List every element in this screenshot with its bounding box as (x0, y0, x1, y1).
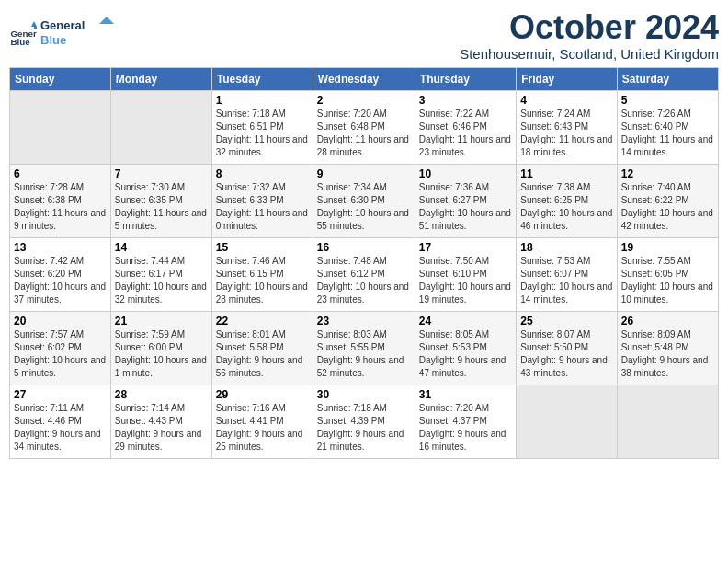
calendar-cell: 26Sunrise: 8:09 AMSunset: 5:48 PMDayligh… (617, 311, 718, 385)
day-number: 10 (419, 167, 512, 180)
weekday-header-thursday: Thursday (415, 67, 516, 90)
day-number: 15 (216, 241, 309, 254)
calendar-cell: 10Sunrise: 7:36 AMSunset: 6:27 PMDayligh… (415, 164, 516, 237)
calendar-cell: 23Sunrise: 8:03 AMSunset: 5:55 PMDayligh… (313, 311, 415, 385)
day-info: Sunrise: 8:09 AMSunset: 5:48 PMDaylight:… (621, 328, 714, 380)
weekday-header-wednesday: Wednesday (313, 67, 415, 90)
calendar-cell: 11Sunrise: 7:38 AMSunset: 6:25 PMDayligh… (517, 164, 617, 237)
day-info: Sunrise: 8:05 AMSunset: 5:53 PMDaylight:… (419, 328, 512, 380)
day-number: 3 (419, 94, 512, 107)
day-number: 19 (621, 241, 714, 254)
day-number: 23 (317, 315, 411, 327)
day-number: 13 (14, 241, 107, 254)
calendar-cell: 15Sunrise: 7:46 AMSunset: 6:15 PMDayligh… (211, 237, 313, 311)
day-number: 2 (317, 94, 411, 107)
weekday-header-tuesday: Tuesday (211, 67, 313, 90)
day-number: 28 (115, 388, 208, 401)
calendar-cell (10, 90, 111, 164)
svg-text:Blue: Blue (11, 37, 31, 47)
calendar-cell: 9Sunrise: 7:34 AMSunset: 6:30 PMDaylight… (313, 164, 415, 237)
calendar-cell: 20Sunrise: 7:57 AMSunset: 6:02 PMDayligh… (10, 311, 111, 385)
calendar-cell: 3Sunrise: 7:22 AMSunset: 6:46 PMDaylight… (415, 90, 516, 164)
title-block: October 2024 Stenhousemuir, Scotland, Un… (460, 9, 719, 62)
day-info: Sunrise: 7:20 AMSunset: 4:37 PMDaylight:… (419, 402, 512, 454)
day-info: Sunrise: 7:48 AMSunset: 6:12 PMDaylight:… (317, 255, 411, 306)
day-info: Sunrise: 7:14 AMSunset: 4:43 PMDaylight:… (115, 402, 208, 454)
calendar-cell: 24Sunrise: 8:05 AMSunset: 5:53 PMDayligh… (415, 311, 516, 385)
day-info: Sunrise: 7:20 AMSunset: 6:48 PMDaylight:… (317, 108, 411, 159)
svg-marker-5 (99, 17, 114, 24)
month-title: October 2024 (460, 9, 719, 46)
day-number: 9 (317, 167, 411, 180)
day-info: Sunrise: 7:22 AMSunset: 6:46 PMDaylight:… (419, 108, 512, 159)
day-info: Sunrise: 7:28 AMSunset: 6:38 PMDaylight:… (14, 181, 107, 233)
calendar-cell: 28Sunrise: 7:14 AMSunset: 4:43 PMDayligh… (110, 385, 211, 458)
calendar-cell: 1Sunrise: 7:18 AMSunset: 6:51 PMDaylight… (211, 90, 313, 164)
calendar-cell: 19Sunrise: 7:55 AMSunset: 6:05 PMDayligh… (617, 237, 718, 311)
day-info: Sunrise: 7:53 AMSunset: 6:07 PMDaylight:… (520, 255, 612, 306)
day-info: Sunrise: 7:18 AMSunset: 6:51 PMDaylight:… (216, 108, 309, 159)
day-number: 25 (520, 315, 612, 327)
calendar-cell: 6Sunrise: 7:28 AMSunset: 6:38 PMDaylight… (10, 164, 111, 237)
day-info: Sunrise: 7:32 AMSunset: 6:33 PMDaylight:… (216, 181, 309, 233)
calendar-cell (110, 90, 211, 164)
day-info: Sunrise: 7:30 AMSunset: 6:35 PMDaylight:… (115, 181, 208, 233)
weekday-header-saturday: Saturday (617, 67, 718, 90)
calendar-cell: 18Sunrise: 7:53 AMSunset: 6:07 PMDayligh… (517, 237, 617, 311)
day-info: Sunrise: 8:01 AMSunset: 5:58 PMDaylight:… (216, 328, 309, 380)
day-info: Sunrise: 7:44 AMSunset: 6:17 PMDaylight:… (115, 255, 208, 306)
calendar-cell: 31Sunrise: 7:20 AMSunset: 4:37 PMDayligh… (415, 385, 516, 458)
day-info: Sunrise: 7:40 AMSunset: 6:22 PMDaylight:… (621, 181, 714, 233)
calendar-cell: 21Sunrise: 7:59 AMSunset: 6:00 PMDayligh… (110, 311, 211, 385)
svg-text:Blue: Blue (40, 33, 66, 47)
day-info: Sunrise: 7:46 AMSunset: 6:15 PMDaylight:… (216, 255, 309, 306)
location-subtitle: Stenhousemuir, Scotland, United Kingdom (460, 46, 719, 62)
day-number: 4 (520, 94, 612, 107)
day-number: 22 (216, 315, 309, 327)
day-info: Sunrise: 7:24 AMSunset: 6:43 PMDaylight:… (520, 108, 612, 159)
day-info: Sunrise: 7:11 AMSunset: 4:46 PMDaylight:… (14, 402, 107, 454)
day-number: 24 (419, 315, 512, 327)
day-number: 26 (621, 315, 714, 327)
calendar-cell (517, 385, 617, 458)
day-info: Sunrise: 7:18 AMSunset: 4:39 PMDaylight:… (317, 402, 411, 454)
day-number: 27 (14, 388, 107, 401)
day-info: Sunrise: 7:26 AMSunset: 6:40 PMDaylight:… (621, 108, 714, 159)
day-number: 8 (216, 167, 309, 180)
day-number: 31 (419, 388, 512, 401)
day-number: 11 (520, 167, 612, 180)
day-number: 18 (520, 241, 612, 254)
logo: General Blue General Blue (9, 15, 123, 55)
day-info: Sunrise: 7:55 AMSunset: 6:05 PMDaylight:… (621, 255, 714, 306)
day-info: Sunrise: 7:16 AMSunset: 4:41 PMDaylight:… (216, 402, 309, 454)
day-info: Sunrise: 8:03 AMSunset: 5:55 PMDaylight:… (317, 328, 411, 380)
day-number: 17 (419, 241, 512, 254)
weekday-header-friday: Friday (517, 67, 617, 90)
day-number: 14 (115, 241, 208, 254)
day-info: Sunrise: 7:34 AMSunset: 6:30 PMDaylight:… (317, 181, 411, 233)
calendar-cell: 4Sunrise: 7:24 AMSunset: 6:43 PMDaylight… (517, 90, 617, 164)
calendar-cell: 25Sunrise: 8:07 AMSunset: 5:50 PMDayligh… (517, 311, 617, 385)
calendar-cell: 29Sunrise: 7:16 AMSunset: 4:41 PMDayligh… (211, 385, 313, 458)
calendar-cell: 5Sunrise: 7:26 AMSunset: 6:40 PMDaylight… (617, 90, 718, 164)
svg-text:General: General (40, 18, 85, 32)
calendar-cell: 16Sunrise: 7:48 AMSunset: 6:12 PMDayligh… (313, 237, 415, 311)
calendar-cell: 27Sunrise: 7:11 AMSunset: 4:46 PMDayligh… (10, 385, 111, 458)
day-info: Sunrise: 7:59 AMSunset: 6:00 PMDaylight:… (115, 328, 208, 380)
day-number: 1 (216, 94, 309, 107)
calendar-cell (617, 385, 718, 458)
day-info: Sunrise: 7:50 AMSunset: 6:10 PMDaylight:… (419, 255, 512, 306)
day-number: 5 (621, 94, 714, 107)
calendar-cell: 7Sunrise: 7:30 AMSunset: 6:35 PMDaylight… (110, 164, 211, 237)
calendar-cell: 17Sunrise: 7:50 AMSunset: 6:10 PMDayligh… (415, 237, 516, 311)
weekday-header-sunday: Sunday (10, 67, 111, 90)
day-number: 7 (115, 167, 208, 180)
day-number: 21 (115, 315, 208, 327)
calendar-cell: 14Sunrise: 7:44 AMSunset: 6:17 PMDayligh… (110, 237, 211, 311)
day-info: Sunrise: 8:07 AMSunset: 5:50 PMDaylight:… (520, 328, 612, 380)
calendar-cell: 13Sunrise: 7:42 AMSunset: 6:20 PMDayligh… (10, 237, 111, 311)
day-number: 6 (14, 167, 107, 180)
weekday-header-monday: Monday (110, 67, 211, 90)
calendar-cell: 12Sunrise: 7:40 AMSunset: 6:22 PMDayligh… (617, 164, 718, 237)
calendar-cell: 8Sunrise: 7:32 AMSunset: 6:33 PMDaylight… (211, 164, 313, 237)
